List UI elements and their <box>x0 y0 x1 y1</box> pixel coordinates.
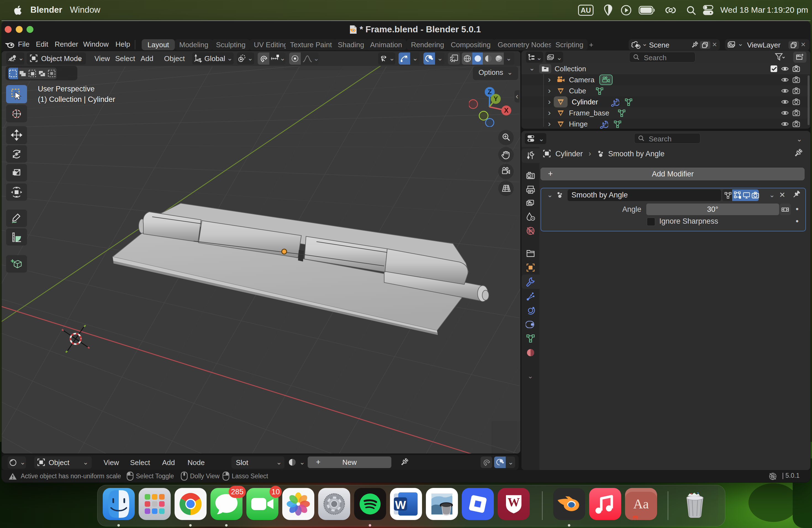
svg-text:X: X <box>504 107 508 114</box>
svg-text:Y: Y <box>494 95 498 102</box>
svg-text:Aa: Aa <box>633 497 649 511</box>
svg-text:W: W <box>508 495 520 509</box>
svg-text:W: W <box>395 498 406 511</box>
svg-text:Z: Z <box>488 88 492 96</box>
